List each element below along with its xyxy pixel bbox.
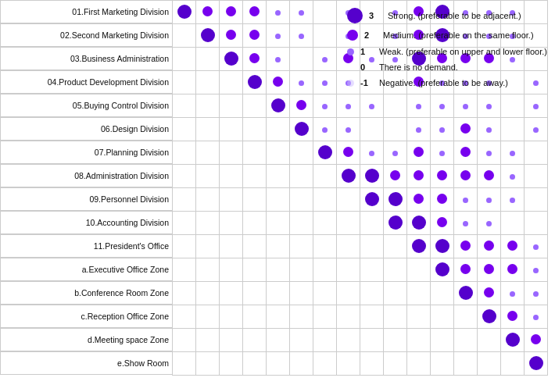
cell-2-0 [173,48,196,71]
cell-5-2 [220,118,243,141]
cell-15-14 [501,352,525,376]
cell-9-9 [384,212,407,235]
cell-12-5 [290,282,313,305]
cell-8-8 [360,188,384,212]
cell-14-1 [196,329,220,352]
cell-8-9 [384,188,407,212]
cell-3-0 [173,71,196,94]
cell-9-5 [290,212,313,235]
cell-15-1 [196,352,220,376]
cell-15-0 [173,352,196,376]
row-label-5: 06.Design Division [0,117,172,141]
cell-14-7 [337,329,360,352]
cell-4-8 [360,94,384,118]
cell-15-5 [290,352,313,376]
cell-8-7 [337,188,360,212]
cell-14-11 [431,329,454,352]
cell-8-0 [173,188,196,212]
legend-label-4: Negative. (preferable to be away.) [379,78,508,87]
cell-6-8 [360,141,384,165]
cell-13-1 [196,305,220,329]
row-label-15: e.Show Room [0,351,172,375]
cell-11-8 [360,258,384,282]
cell-13-12 [454,305,478,329]
cell-13-5 [290,305,313,329]
cell-12-3 [243,282,267,305]
cell-5-15 [525,118,548,141]
cell-4-7 [337,94,360,118]
cell-4-5 [290,94,313,118]
cell-10-2 [220,235,243,258]
cell-12-9 [384,282,407,305]
cell-4-15 [525,94,548,118]
cell-11-5 [290,258,313,282]
cell-14-4 [267,329,290,352]
cell-4-11 [431,94,454,118]
cell-14-15 [525,329,548,352]
cell-0-2 [220,1,243,24]
cell-6-5 [290,141,313,165]
cell-4-0 [173,94,196,118]
cell-12-11 [431,282,454,305]
cell-13-4 [267,305,290,329]
cell-6-4 [267,141,290,165]
legend-dot-3 [347,8,363,23]
cell-12-7 [337,282,360,305]
cell-13-3 [243,305,267,329]
cell-4-6 [313,94,337,118]
legend-item-1: 2Medium. (preferable on the same floor.) [347,30,547,41]
cell-15-3 [243,352,267,376]
row-label-1: 02.Second Marketing Division [0,23,172,47]
cell-5-11 [431,118,454,141]
cell-5-14 [501,118,525,141]
cell-9-0 [173,212,196,235]
cell-15-12 [454,352,478,376]
cell-4-9 [384,94,407,118]
cell-13-0 [173,305,196,329]
cell-10-13 [478,235,501,258]
cell-11-7 [337,258,360,282]
cell-1-6 [313,24,337,48]
cell-7-13 [478,165,501,188]
cell-12-4 [267,282,290,305]
cell-5-9 [384,118,407,141]
cell-9-11 [431,212,454,235]
cell-12-10 [407,282,431,305]
cell-10-6 [313,235,337,258]
cell-13-11 [431,305,454,329]
cell-5-13 [478,118,501,141]
cell-0-3 [243,1,267,24]
legend-item-2: 1Weak. (preferable on upper and lower fl… [347,47,547,56]
cell-11-13 [478,258,501,282]
row-label-7: 08.Administration Division [0,164,172,187]
legend-label-0: Strong. (preferable to be adjacent.) [388,11,521,20]
cell-15-8 [360,352,384,376]
cell-15-11 [431,352,454,376]
cell-3-5 [290,71,313,94]
cell-6-7 [337,141,360,165]
cell-10-5 [290,235,313,258]
cell-11-4 [267,258,290,282]
cell-11-10 [407,258,431,282]
cell-5-3 [243,118,267,141]
cell-7-1 [196,165,220,188]
cell-4-4 [267,94,290,118]
cell-13-2 [220,305,243,329]
cell-1-0 [173,24,196,48]
cell-1-4 [267,24,290,48]
cell-6-10 [407,141,431,165]
cell-13-13 [478,305,501,329]
cell-7-11 [431,165,454,188]
cell-8-12 [454,188,478,212]
cell-10-3 [243,235,267,258]
cell-12-6 [313,282,337,305]
cell-3-6 [313,71,337,94]
cell-14-0 [173,329,196,352]
cell-8-3 [243,188,267,212]
row-label-9: 10.Accounting Division [0,211,172,234]
cell-7-9 [384,165,407,188]
cell-13-14 [501,305,525,329]
cell-8-4 [267,188,290,212]
row-label-4: 05.Buying Control Division [0,94,172,117]
cell-9-8 [360,212,384,235]
